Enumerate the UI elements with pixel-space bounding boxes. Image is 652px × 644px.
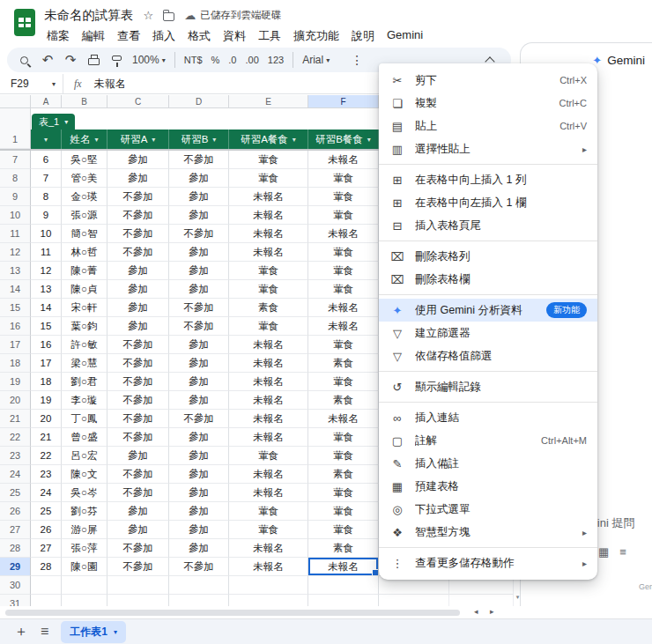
row-header-13[interactable]: 13: [0, 262, 31, 280]
cell[interactable]: 參加: [169, 484, 229, 502]
save-status[interactable]: ☁ 已儲存到雲端硬碟: [184, 9, 281, 22]
context-menu-item[interactable]: ◎下拉式選單: [379, 498, 597, 521]
cell[interactable]: 不參加: [169, 151, 229, 169]
cell[interactable]: 參加: [107, 280, 169, 299]
cell[interactable]: 未報名: [229, 558, 308, 576]
cell[interactable]: 葷食: [229, 151, 308, 169]
row-header-17[interactable]: 17: [0, 336, 31, 354]
cell[interactable]: 參加: [169, 206, 229, 225]
column-header-A[interactable]: A: [31, 95, 62, 108]
cell[interactable]: 未報名: [229, 484, 308, 502]
row-header-8[interactable]: 8: [0, 169, 31, 188]
cell[interactable]: 參加: [107, 151, 169, 169]
print-icon[interactable]: [86, 55, 100, 65]
context-menu-item[interactable]: ▥選擇性貼上▸: [379, 137, 597, 160]
name-box[interactable]: F29 ▾: [0, 74, 63, 93]
cell[interactable]: 劉○芬: [62, 502, 107, 521]
cell[interactable]: 9: [31, 206, 62, 225]
cell[interactable]: [107, 595, 169, 606]
cell[interactable]: 林○哲: [62, 243, 107, 262]
row-header-21[interactable]: 21: [0, 410, 31, 428]
table-name-chip[interactable]: 表_1 ▾: [32, 114, 75, 130]
context-menu-item[interactable]: ▤貼上Ctrl+V: [379, 115, 597, 137]
number-format-button[interactable]: 123: [268, 55, 284, 65]
search-icon[interactable]: [18, 56, 32, 64]
menu-擴充功能[interactable]: 擴充功能: [287, 26, 345, 47]
row-header-9[interactable]: 9: [0, 188, 31, 206]
cell[interactable]: 葷食: [308, 243, 379, 262]
cell[interactable]: [308, 595, 379, 606]
cell[interactable]: 24: [31, 484, 62, 502]
cell[interactable]: 未報名: [229, 225, 308, 243]
cell[interactable]: 葷食: [308, 206, 379, 225]
cell[interactable]: 參加: [169, 502, 229, 521]
redo-icon[interactable]: ↷: [63, 52, 78, 68]
row-header-19[interactable]: 19: [0, 373, 31, 391]
cell[interactable]: 參加: [107, 502, 169, 521]
column-dropdown-icon[interactable]: ▾: [212, 136, 216, 144]
cell[interactable]: 參加: [169, 354, 229, 373]
cell[interactable]: 不參加: [107, 243, 169, 262]
cell[interactable]: 素食: [308, 391, 379, 410]
column-dropdown-icon[interactable]: ▾: [152, 136, 155, 144]
font-select[interactable]: Arial▾: [302, 54, 330, 66]
paint-format-icon[interactable]: [109, 59, 123, 61]
decrease-decimal-button[interactable]: .0: [228, 55, 236, 65]
cell[interactable]: 8: [31, 188, 62, 206]
cell[interactable]: 陳○文: [62, 465, 107, 484]
row-header-16[interactable]: 16: [0, 317, 31, 336]
cell[interactable]: 未報名: [229, 373, 308, 391]
grid-corner[interactable]: [0, 95, 31, 108]
column-dropdown-icon[interactable]: ▾: [94, 136, 98, 144]
cell[interactable]: 26: [31, 521, 62, 539]
cell[interactable]: 李○璇: [62, 391, 107, 410]
cell[interactable]: 葷食: [229, 447, 308, 465]
cell[interactable]: 宋○軒: [62, 299, 107, 317]
context-menu-item[interactable]: ⌧刪除表格列: [379, 245, 597, 268]
context-menu-item[interactable]: ▢註解Ctrl+Alt+M: [379, 429, 597, 452]
cell[interactable]: 參加: [107, 521, 169, 539]
horizontal-scroll-thumb[interactable]: [5, 610, 460, 616]
cell[interactable]: 參加: [169, 428, 229, 447]
cell[interactable]: 未報名: [308, 410, 379, 428]
row-header-23[interactable]: 23: [0, 447, 31, 465]
cell[interactable]: 參加: [169, 373, 229, 391]
cell[interactable]: 不參加: [169, 558, 229, 576]
cell[interactable]: [169, 576, 229, 595]
menu-查看[interactable]: 查看: [111, 26, 146, 47]
cell[interactable]: 不參加: [107, 539, 169, 558]
cell[interactable]: 參加: [169, 447, 229, 465]
cell[interactable]: 不參加: [107, 428, 169, 447]
cell[interactable]: 未報名: [229, 354, 308, 373]
cell[interactable]: 20: [31, 410, 62, 428]
cell[interactable]: 不參加: [169, 225, 229, 243]
context-menu-item[interactable]: ▽建立篩選器: [379, 322, 597, 344]
menu-工具[interactable]: 工具: [252, 26, 287, 47]
cell[interactable]: 參加: [169, 539, 229, 558]
formula-input[interactable]: 未報名: [94, 77, 126, 92]
menu-格式[interactable]: 格式: [182, 26, 217, 47]
cell[interactable]: 10: [31, 225, 62, 243]
cell[interactable]: 葷食: [229, 521, 308, 539]
cell[interactable]: 葷食: [308, 428, 379, 447]
row-header-14[interactable]: 14: [0, 280, 31, 299]
cell[interactable]: [449, 595, 514, 606]
cell[interactable]: 陳○園: [62, 558, 107, 576]
row-header-20[interactable]: 20: [0, 391, 31, 410]
cell[interactable]: 管○美: [62, 169, 107, 188]
move-folder-icon[interactable]: [163, 12, 174, 21]
cell[interactable]: 素食: [308, 539, 379, 558]
cell[interactable]: 素食: [308, 465, 379, 484]
cell[interactable]: 葷食: [308, 373, 379, 391]
cell[interactable]: 不參加: [169, 317, 229, 336]
cell[interactable]: 葷食: [229, 262, 308, 280]
cell[interactable]: 未報名: [308, 299, 379, 317]
column-dropdown-icon[interactable]: ▾: [367, 136, 371, 144]
menu-編輯[interactable]: 編輯: [76, 26, 111, 47]
table-header-cell[interactable]: 研習A餐食▾: [229, 130, 308, 149]
cell[interactable]: [229, 576, 308, 595]
cell[interactable]: 吳○岑: [62, 484, 107, 502]
scroll-right-icon[interactable]: ▸: [490, 607, 494, 616]
cell[interactable]: 不參加: [169, 410, 229, 428]
gemini-options-icon[interactable]: ≡: [619, 545, 626, 559]
